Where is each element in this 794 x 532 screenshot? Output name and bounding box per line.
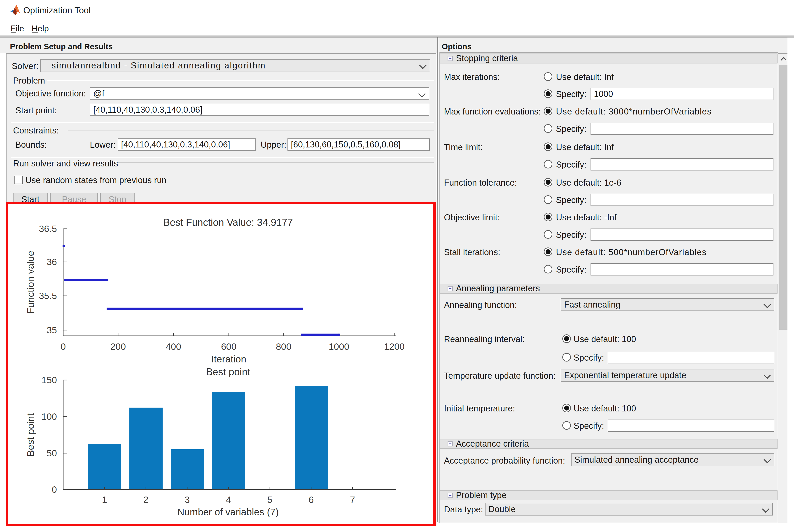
svg-text:1200: 1200 <box>384 341 404 352</box>
svg-text:36: 36 <box>46 257 57 267</box>
svg-text:4: 4 <box>226 495 231 505</box>
svg-text:Iteration: Iteration <box>211 354 246 364</box>
svg-text:200: 200 <box>110 341 126 352</box>
svg-text:36.5: 36.5 <box>39 224 57 234</box>
svg-text:1: 1 <box>102 495 107 505</box>
svg-text:150: 150 <box>41 375 57 385</box>
svg-text:1000: 1000 <box>328 341 349 352</box>
svg-text:100: 100 <box>41 412 57 422</box>
svg-text:6: 6 <box>309 495 314 505</box>
svg-text:Number of variables (7): Number of variables (7) <box>177 507 279 517</box>
svg-text:Best Function Value: 34.9177: Best Function Value: 34.9177 <box>163 217 293 228</box>
svg-text:35: 35 <box>46 325 57 335</box>
svg-text:7: 7 <box>350 495 355 505</box>
svg-text:3: 3 <box>185 495 190 505</box>
svg-text:Best point: Best point <box>25 413 36 456</box>
svg-text:800: 800 <box>276 341 291 352</box>
svg-text:50: 50 <box>46 448 57 458</box>
svg-text:2: 2 <box>144 495 149 505</box>
svg-text:0: 0 <box>61 341 66 352</box>
svg-text:0: 0 <box>52 484 57 495</box>
svg-text:400: 400 <box>166 341 181 352</box>
svg-text:600: 600 <box>221 341 237 352</box>
svg-text:35.5: 35.5 <box>39 291 57 301</box>
svg-text:5: 5 <box>267 495 272 505</box>
svg-text:Best point: Best point <box>206 366 250 377</box>
svg-text:Function value: Function value <box>25 251 36 314</box>
